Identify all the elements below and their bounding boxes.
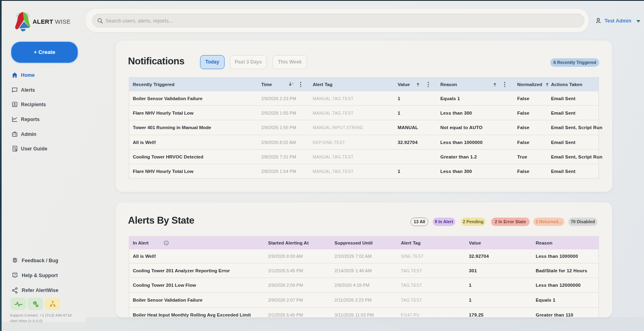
svg-text:?: ?: [14, 273, 16, 276]
svg-text:1: 1: [292, 82, 294, 84]
